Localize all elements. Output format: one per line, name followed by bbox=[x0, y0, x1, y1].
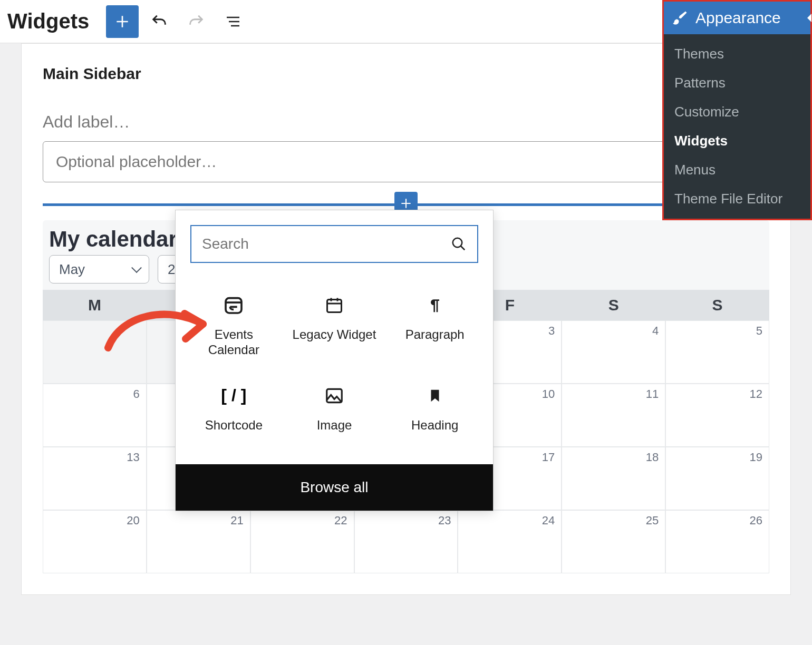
menu-themes[interactable]: Themes bbox=[664, 40, 810, 69]
label-input-row: Apply bbox=[43, 141, 769, 182]
menu-customize[interactable]: Customize bbox=[664, 97, 810, 126]
events-calendar-icon bbox=[223, 295, 244, 316]
menu-widgets[interactable]: Widgets bbox=[664, 126, 810, 155]
inserter-grid: Events Calendar Legacy Widget Paragraph … bbox=[176, 278, 493, 464]
calendar-cell[interactable]: 24 bbox=[458, 510, 562, 573]
calendar-cell[interactable]: 19 bbox=[665, 447, 769, 510]
calendar-cell[interactable]: 18 bbox=[562, 447, 665, 510]
calendar-cell[interactable]: 26 bbox=[665, 510, 769, 573]
calendar-cell[interactable]: 21 bbox=[147, 510, 250, 573]
block-image[interactable]: Image bbox=[287, 374, 382, 444]
menu-theme-file-editor[interactable]: Theme File Editor bbox=[664, 184, 810, 213]
block-inserter-popover: Events Calendar Legacy Widget Paragraph … bbox=[175, 210, 494, 511]
weekday: M bbox=[43, 290, 147, 320]
calendar-cell[interactable]: 25 bbox=[562, 510, 665, 573]
brush-icon bbox=[672, 10, 688, 26]
block-label: Paragraph bbox=[405, 327, 465, 343]
calendar-cell[interactable]: 20 bbox=[43, 510, 147, 573]
outline-icon bbox=[225, 13, 241, 30]
calendar-cell[interactable]: 5 bbox=[665, 320, 769, 384]
bookmark-icon bbox=[427, 386, 443, 405]
add-label-text: Add label… bbox=[43, 112, 769, 132]
appearance-submenu: Appearance Themes Patterns Customize Wid… bbox=[662, 0, 812, 220]
calendar-cell[interactable] bbox=[43, 320, 147, 384]
svg-point-0 bbox=[453, 238, 462, 248]
block-label: Image bbox=[317, 418, 352, 433]
list-view-button[interactable] bbox=[217, 5, 249, 38]
block-label: Legacy Widget bbox=[293, 327, 376, 343]
undo-button[interactable] bbox=[143, 5, 176, 38]
placeholder-input[interactable] bbox=[43, 141, 670, 182]
inserter-search bbox=[190, 225, 478, 263]
svg-rect-1 bbox=[226, 298, 241, 313]
svg-rect-2 bbox=[327, 300, 341, 312]
block-label: Shortcode bbox=[205, 418, 263, 433]
appearance-label: Appearance bbox=[695, 9, 781, 27]
month-select[interactable]: May bbox=[49, 255, 149, 284]
menu-menus[interactable]: Menus bbox=[664, 155, 810, 184]
block-legacy-widget[interactable]: Legacy Widget bbox=[287, 283, 382, 368]
calendar-cell[interactable]: 22 bbox=[250, 510, 354, 573]
block-paragraph[interactable]: Paragraph bbox=[387, 283, 482, 368]
block-heading[interactable]: Heading bbox=[387, 374, 482, 444]
calendar-cell[interactable]: 11 bbox=[562, 384, 665, 447]
weekday: S bbox=[665, 290, 769, 320]
block-events-calendar[interactable]: Events Calendar bbox=[186, 283, 282, 368]
block-label: Events Calendar bbox=[188, 327, 279, 358]
calendar-cell[interactable]: 23 bbox=[354, 510, 458, 573]
redo-icon bbox=[187, 13, 205, 31]
month-value: May bbox=[59, 261, 85, 278]
weekday: S bbox=[562, 290, 665, 320]
calendar-cell[interactable]: 13 bbox=[43, 447, 147, 510]
calendar-cell[interactable]: 6 bbox=[43, 384, 147, 447]
search-icon bbox=[451, 236, 467, 252]
block-label: Heading bbox=[411, 418, 458, 433]
appearance-menu-header[interactable]: Appearance bbox=[664, 2, 810, 34]
redo-button[interactable] bbox=[180, 5, 212, 38]
appearance-menu-body: Themes Patterns Customize Widgets Menus … bbox=[664, 34, 810, 219]
calendar-icon bbox=[325, 296, 344, 315]
plus-icon bbox=[114, 13, 131, 30]
widget-area-title: Main Sidebar bbox=[43, 65, 769, 83]
menu-patterns[interactable]: Patterns bbox=[664, 69, 810, 97]
calendar-cell[interactable]: 4 bbox=[562, 320, 665, 384]
page-title: Widgets bbox=[7, 9, 89, 33]
search-input[interactable] bbox=[202, 236, 451, 252]
pilcrow-icon bbox=[427, 295, 443, 316]
shortcode-icon: [ / ] bbox=[221, 386, 246, 405]
browse-all-button[interactable]: Browse all bbox=[176, 464, 493, 511]
image-icon bbox=[324, 386, 344, 406]
plus-icon bbox=[399, 197, 413, 210]
block-shortcode[interactable]: [ / ] Shortcode bbox=[186, 374, 282, 444]
add-block-button[interactable] bbox=[106, 5, 139, 38]
undo-icon bbox=[150, 13, 168, 31]
calendar-cell[interactable]: 12 bbox=[665, 384, 769, 447]
